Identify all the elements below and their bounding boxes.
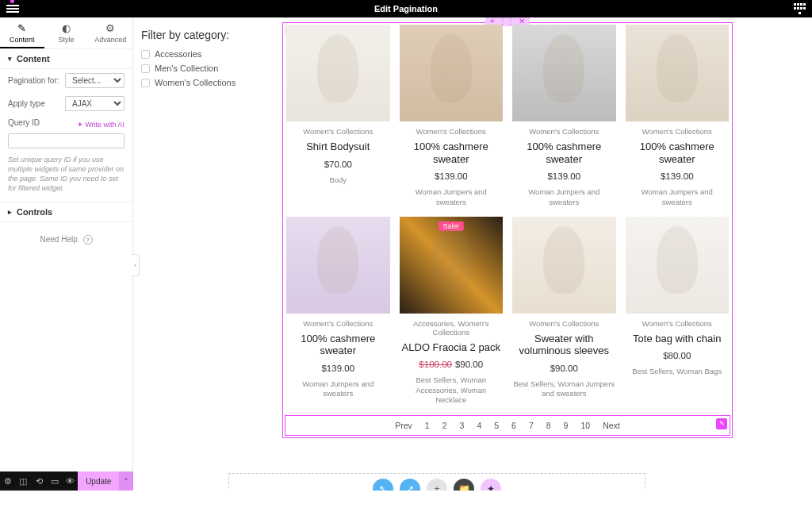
product-category: Women's Collections — [626, 127, 730, 136]
pagination-item[interactable]: 7 — [529, 421, 534, 430]
product-category: Women's Collections — [286, 127, 390, 136]
pagination-item[interactable]: Next — [603, 421, 620, 430]
product-title: 100% cashmere sweater — [286, 333, 390, 357]
product-image — [286, 25, 390, 121]
update-button[interactable]: Update — [78, 471, 119, 491]
pagination-item[interactable]: 3 — [460, 421, 465, 430]
product-card[interactable]: Women's CollectionsSweater with volumino… — [512, 217, 616, 406]
sidebar-bottom-toolbar: ⚙ ◫ ⟲ ▭ 👁 Update ⌃ — [0, 471, 133, 491]
product-tags: Woman Jumpers and sweaters — [512, 187, 616, 207]
query-id-input[interactable] — [8, 133, 124, 148]
pencil-icon: ✎ — [0, 22, 44, 34]
product-price: $139.00 — [400, 171, 504, 181]
responsive-button[interactable]: ▭ — [47, 471, 63, 491]
pagination: Prev12345678910Next — [285, 421, 730, 430]
sale-badge: Sale! — [438, 221, 464, 231]
header-title: Edit Pagination — [19, 4, 793, 13]
checkbox-icon — [141, 79, 150, 87]
product-title: ALDO Fraocia 2 pack — [400, 341, 504, 354]
pagination-item[interactable]: 4 — [477, 421, 481, 430]
pagination-item[interactable]: Prev — [395, 421, 412, 430]
section-content-header[interactable]: Content — [0, 49, 132, 69]
product-price: $139.00 — [626, 171, 730, 181]
product-tags: Woman Jumpers and sweaters — [286, 379, 390, 399]
preview-button[interactable]: 👁 — [63, 471, 79, 491]
product-price: $90.00 — [512, 364, 616, 373]
apply-type-select[interactable]: AJAX — [65, 96, 124, 111]
help-icon: ? — [83, 235, 93, 244]
tab-advanced[interactable]: ⚙ Advanced — [88, 17, 132, 48]
product-card[interactable]: Sale!Accessories, Women's CollectionsALD… — [400, 217, 504, 406]
filter-womens[interactable]: Women's Collections — [141, 78, 276, 87]
product-category: Women's Collections — [512, 127, 616, 136]
content-widget[interactable]: + ⋮⋮ ✕ ⋮⋮ Women's CollectionsShirt Bodys… — [282, 22, 733, 438]
write-with-ai-link[interactable]: ✦ Write with AI — [77, 121, 124, 129]
product-title: Shirt Bodysuit — [286, 140, 390, 153]
settings-button[interactable]: ⚙ — [0, 471, 16, 491]
drop-zone[interactable]: ↖ ↗ + 📁 ✦ — [228, 473, 645, 491]
tab-content[interactable]: ✎ Content — [0, 17, 44, 48]
checkbox-icon — [141, 50, 150, 59]
tab-style[interactable]: ◐ Style — [44, 17, 89, 48]
product-card[interactable]: Women's Collections100% cashmere sweater… — [512, 25, 616, 207]
tab-label: Advanced — [94, 36, 126, 44]
filter-accessories[interactable]: Accessories — [141, 49, 276, 59]
product-category: Women's Collections — [626, 319, 730, 328]
edit-pagination-icon[interactable]: ✎ — [716, 418, 727, 429]
pagination-item[interactable]: 8 — [546, 421, 551, 430]
product-price: $139.00 — [286, 364, 390, 373]
product-image — [626, 25, 730, 121]
filter-panel: Filter by category: Accessories Men's Co… — [141, 22, 276, 438]
product-card[interactable]: Women's CollectionsTote bag with chain$8… — [626, 217, 730, 406]
product-category: Women's Collections — [400, 127, 504, 136]
pagination-for-select[interactable]: Select... — [65, 73, 124, 88]
menu-button[interactable] — [6, 5, 19, 13]
ai-icon[interactable]: ✦ — [481, 479, 501, 491]
filter-mens[interactable]: Men's Collection — [141, 64, 276, 73]
pagination-item[interactable]: 2 — [442, 421, 447, 430]
pagination-item[interactable]: 5 — [494, 421, 499, 430]
product-category: Accessories, Women's Collections — [400, 319, 504, 337]
filter-heading: Filter by category: — [141, 29, 276, 41]
product-card[interactable]: Women's Collections100% cashmere sweater… — [626, 25, 730, 207]
product-image — [400, 25, 504, 121]
product-card[interactable]: Women's CollectionsShirt Bodysuit$70.00B… — [286, 25, 390, 207]
query-id-label: Query ID — [8, 118, 40, 127]
pagination-item[interactable]: 9 — [564, 421, 569, 430]
navigator-button[interactable]: ◫ — [16, 471, 32, 491]
product-card[interactable]: Women's Collections100% cashmere sweater… — [286, 217, 390, 406]
product-image — [626, 217, 730, 314]
pagination-item[interactable]: 6 — [511, 421, 516, 430]
drop-arrow2-icon[interactable]: ↗ — [400, 479, 420, 491]
section-controls-header[interactable]: Controls — [0, 202, 132, 222]
add-section-button[interactable]: + — [427, 479, 447, 491]
product-category: Women's Collections — [286, 319, 390, 328]
pagination-widget[interactable]: ✎ Prev12345678910Next — [285, 415, 730, 436]
product-title: 100% cashmere sweater — [512, 140, 616, 165]
widgets-button[interactable] — [793, 2, 806, 15]
tab-label: Content — [10, 36, 35, 44]
need-help-link[interactable]: Need Help ? — [0, 222, 132, 257]
pagination-for-label: Pagination for: — [8, 76, 59, 85]
drop-controls: ↖ ↗ + 📁 ✦ — [373, 479, 501, 491]
product-card[interactable]: Women's Collections100% cashmere sweater… — [400, 25, 504, 207]
notification-dot — [10, 0, 14, 3]
tab-label: Style — [59, 36, 75, 44]
history-button[interactable]: ⟲ — [31, 471, 47, 491]
folder-icon[interactable]: 📁 — [454, 479, 474, 491]
product-title: Sweater with voluminous sleeves — [512, 333, 616, 357]
pagination-item[interactable]: 10 — [580, 421, 590, 430]
pagination-item[interactable]: 1 — [425, 421, 430, 430]
checkbox-icon — [141, 64, 150, 73]
product-price: $70.00 — [286, 160, 390, 169]
product-price: $100.00$90.00 — [400, 360, 504, 369]
update-expand-button[interactable]: ⌃ — [119, 471, 133, 491]
product-image — [512, 217, 616, 314]
apply-type-label: Apply type — [8, 99, 45, 108]
product-price: $139.00 — [512, 171, 616, 181]
product-title: 100% cashmere sweater — [400, 140, 504, 165]
product-image — [286, 217, 390, 314]
drop-arrow-icon[interactable]: ↖ — [373, 479, 393, 491]
product-tags: Best Sellers, Woman Accessories, Woman N… — [400, 375, 504, 405]
product-tags: Woman Jumpers and sweaters — [400, 187, 504, 207]
